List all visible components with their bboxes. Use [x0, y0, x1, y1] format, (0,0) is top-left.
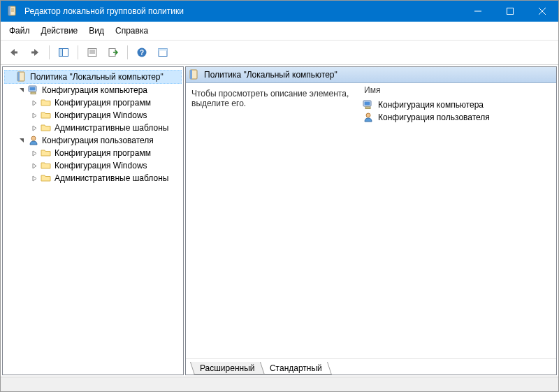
tree-label: Административные шаблоны [55, 173, 168, 183]
svg-rect-26 [31, 92, 36, 94]
policy-icon [16, 71, 27, 82]
tree-windows-settings[interactable]: Конфигурация Windows [29, 159, 182, 172]
folder-icon [41, 97, 52, 108]
svg-point-27 [31, 136, 36, 140]
tree-admin-templates[interactable]: Административные шаблоны [29, 172, 182, 184]
properties-button[interactable] [83, 43, 101, 61]
tree-twisty-collapsed[interactable] [29, 123, 39, 133]
tree-user-config[interactable]: Конфигурация пользователя [17, 134, 182, 147]
tree-label: Административные шаблоны [55, 123, 168, 133]
tree-twisty-collapsed[interactable] [29, 173, 39, 183]
list-item-label: Конфигурация пользователя [378, 112, 490, 122]
description-text: Чтобы просмотреть описание элемента, выд… [191, 89, 352, 108]
forward-button[interactable] [26, 43, 44, 61]
svg-rect-29 [190, 70, 192, 79]
computer-icon [363, 99, 374, 110]
svg-rect-12 [59, 49, 63, 57]
details-header: Политика "Локальный компьютер" [186, 67, 556, 83]
tree-windows-settings[interactable]: Конфигурация Windows [29, 109, 182, 122]
user-icon [363, 112, 374, 123]
tree-label: Конфигурация программ [55, 98, 151, 108]
app-icon [6, 5, 19, 17]
status-bar [1, 377, 558, 391]
list-item-user-config[interactable]: Конфигурация пользователя [360, 111, 556, 124]
svg-text:?: ? [140, 49, 144, 57]
view-tabs: Расширенный Стандартный [186, 358, 556, 375]
policy-tree[interactable]: ▶ Политика "Локальный компьютер" [3, 67, 183, 375]
svg-rect-9 [14, 52, 17, 54]
tree-root[interactable]: ▶ Политика "Локальный компьютер" [4, 70, 182, 84]
toolbar-separator [49, 45, 50, 59]
column-header-name[interactable]: Имя [360, 83, 556, 97]
list-item-computer-config[interactable]: Конфигурация компьютера [360, 99, 556, 111]
tree-label: Политика "Локальный компьютер" [30, 72, 164, 82]
export-button[interactable] [104, 43, 122, 61]
title-bar[interactable]: Редактор локальной групповой политики [1, 1, 558, 22]
show-tree-button[interactable] [55, 43, 73, 61]
svg-point-33 [366, 113, 370, 117]
toolbar-separator [78, 45, 78, 59]
folder-icon [41, 173, 52, 184]
menu-help[interactable]: Справка [111, 24, 152, 37]
svg-rect-31 [365, 102, 370, 106]
list-pane: Имя Конфигурация компьютера [360, 83, 556, 358]
svg-rect-6 [507, 8, 514, 15]
menu-bar: Файл Действие Вид Справка [1, 22, 558, 41]
tree-software-settings[interactable]: Конфигурация программ [29, 96, 182, 109]
main-window: Редактор локальной групповой политики Фа… [0, 0, 559, 392]
svg-rect-1 [8, 6, 10, 15]
filter-button[interactable] [154, 43, 172, 61]
folder-icon [41, 160, 52, 171]
tree-twisty-collapsed[interactable] [29, 98, 39, 108]
folder-icon [41, 110, 52, 121]
svg-rect-21 [159, 49, 167, 51]
tab-standard[interactable]: Стандартный [260, 362, 332, 375]
policy-icon [189, 69, 200, 80]
folder-icon [41, 147, 52, 159]
client-area: ▶ Политика "Локальный компьютер" [1, 65, 558, 377]
help-button[interactable]: ? [133, 43, 151, 61]
tree-twisty-collapsed[interactable] [29, 161, 39, 170]
details-header-text: Политика "Локальный компьютер" [204, 70, 337, 80]
svg-rect-32 [365, 107, 370, 109]
tree-label: Конфигурация Windows [55, 110, 147, 120]
svg-rect-13 [88, 49, 96, 57]
svg-rect-25 [30, 87, 36, 91]
maximize-button[interactable] [494, 1, 526, 22]
svg-rect-10 [31, 52, 35, 54]
window-title: Редактор локальной групповой политики [24, 6, 462, 16]
tree-admin-templates[interactable]: Административные шаблоны [29, 122, 182, 134]
tree-label: Конфигурация компьютера [42, 85, 147, 95]
tree-twisty-expanded[interactable] [17, 136, 27, 145]
close-button[interactable] [526, 1, 558, 22]
toolbar-separator [127, 45, 128, 59]
menu-action[interactable]: Действие [37, 24, 82, 37]
user-icon [28, 135, 39, 146]
tree-label: Конфигурация пользователя [42, 136, 154, 145]
toolbar: ? [1, 41, 558, 65]
tree-twisty-expanded[interactable] [17, 85, 27, 95]
back-button[interactable] [5, 43, 23, 61]
tree-twisty-collapsed[interactable] [29, 110, 39, 120]
list-item-label: Конфигурация компьютера [378, 100, 484, 110]
tab-extended[interactable]: Расширенный [190, 362, 264, 375]
minimize-button[interactable] [462, 1, 494, 22]
menu-view[interactable]: Вид [85, 24, 108, 37]
tree-label: Конфигурация программ [55, 148, 151, 158]
description-pane: Чтобы просмотреть описание элемента, выд… [186, 83, 360, 358]
tree-twisty-collapsed[interactable] [29, 148, 39, 158]
tree-software-settings[interactable]: Конфигурация программ [29, 147, 182, 159]
computer-icon [28, 85, 39, 96]
svg-rect-23 [17, 72, 20, 81]
tree-pane: ▶ Политика "Локальный компьютер" [2, 66, 184, 375]
tree-computer-config[interactable]: Конфигурация компьютера [17, 84, 182, 96]
menu-file[interactable]: Файл [5, 24, 34, 37]
folder-icon [41, 122, 52, 133]
details-pane: Политика "Локальный компьютер" Чтобы про… [185, 66, 557, 375]
tree-label: Конфигурация Windows [55, 161, 147, 170]
